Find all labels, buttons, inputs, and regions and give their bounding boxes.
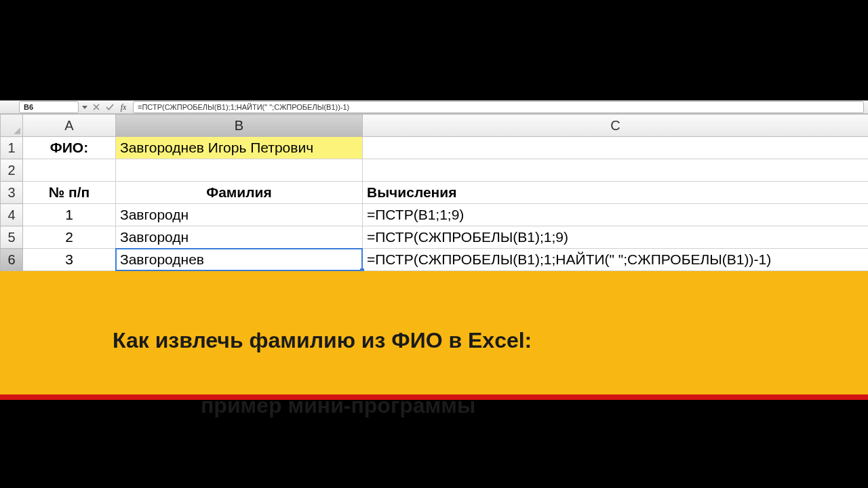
cell-c3[interactable]: Вычисления	[363, 182, 869, 204]
fx-icon[interactable]: fx	[117, 101, 130, 113]
col-header-b[interactable]: B	[116, 115, 363, 137]
enter-icon[interactable]	[104, 101, 116, 113]
cell-b5[interactable]: Завгородн	[116, 226, 363, 249]
formula-bar: B6 fx =ПСТР(СЖПРОБЕЛЫ(B1);1;НАЙТИ(" ";СЖ…	[0, 100, 868, 114]
cell-c5[interactable]: =ПСТР(СЖПРОБЕЛЫ(B1);1;9)	[363, 226, 869, 249]
caption-banner: Как извлечь фамилию из ФИО в Excel: прим…	[0, 271, 868, 400]
cell-c1[interactable]	[363, 137, 869, 159]
grid-table: A B C 1 ФИО: Завгороднев Игорь Петрович …	[0, 114, 868, 271]
cell-b1[interactable]: Завгороднев Игорь Петрович	[116, 137, 363, 159]
col-header-c[interactable]: C	[363, 115, 869, 137]
name-box-dropdown-icon[interactable]	[80, 101, 90, 113]
cell-a3[interactable]: № п/п	[23, 182, 116, 204]
cell-b3[interactable]: Фамилия	[116, 182, 363, 204]
cancel-icon[interactable]	[90, 101, 102, 113]
row-header-5[interactable]: 5	[1, 226, 23, 249]
row-header-4[interactable]: 4	[1, 204, 23, 226]
screenshot-stage: B6 fx =ПСТР(СЖПРОБЕЛЫ(B1);1;НАЙТИ(" ";СЖ…	[0, 0, 868, 488]
cell-a4[interactable]: 1	[23, 204, 116, 226]
cell-b4[interactable]: Завгородн	[116, 204, 363, 226]
select-all-corner[interactable]	[1, 115, 23, 137]
row-header-2[interactable]: 2	[1, 159, 23, 182]
cell-a6[interactable]: 3	[23, 249, 116, 271]
spreadsheet: A B C 1 ФИО: Завгороднев Игорь Петрович …	[0, 114, 868, 271]
caption-line-2: пример мини-программы	[113, 389, 475, 422]
row-header-3[interactable]: 3	[1, 182, 23, 204]
caption-title: Как извлечь фамилию из ФИО в Excel: прим…	[0, 271, 868, 422]
cell-a2[interactable]	[23, 159, 116, 182]
cell-a1[interactable]: ФИО:	[23, 137, 116, 159]
caption-line-1: Как извлечь фамилию из ФИО в Excel:	[113, 328, 532, 352]
formula-input[interactable]: =ПСТР(СЖПРОБЕЛЫ(B1);1;НАЙТИ(" ";СЖПРОБЕЛ…	[133, 101, 864, 113]
cell-c4[interactable]: =ПСТР(B1;1;9)	[363, 204, 869, 226]
row-header-6[interactable]: 6	[1, 249, 23, 271]
cell-c2[interactable]	[363, 159, 869, 182]
cell-c6[interactable]: =ПСТР(СЖПРОБЕЛЫ(B1);1;НАЙТИ(" ";СЖПРОБЕЛ…	[363, 249, 869, 271]
col-header-a[interactable]: A	[23, 115, 116, 137]
cell-a5[interactable]: 2	[23, 226, 116, 249]
name-box[interactable]: B6	[19, 101, 79, 113]
cell-b6[interactable]: Завгороднев	[116, 249, 363, 271]
row-header-1[interactable]: 1	[1, 137, 23, 159]
cell-b2[interactable]	[116, 159, 363, 182]
